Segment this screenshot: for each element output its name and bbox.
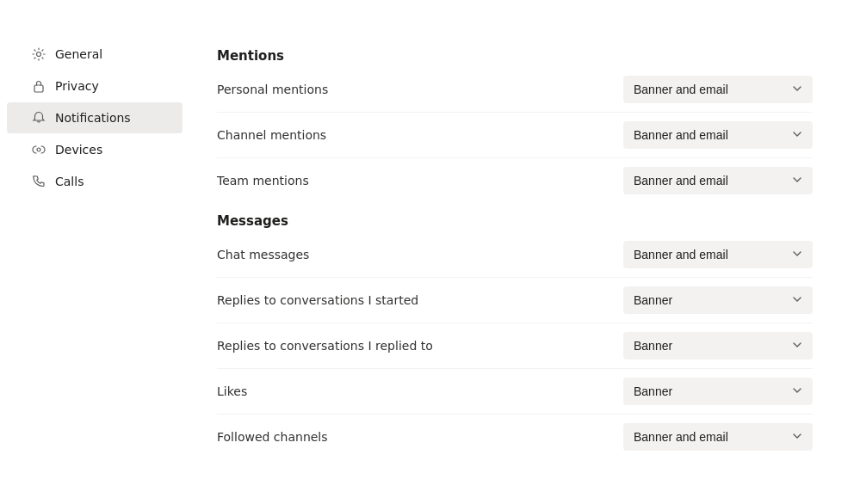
sidebar-item-privacy[interactable]: Privacy (7, 71, 183, 101)
dropdown-value-replies-started: Banner (634, 293, 783, 307)
devices-icon (31, 142, 46, 157)
dropdown-likes[interactable]: Banner (623, 378, 813, 405)
sidebar-item-general[interactable]: General (7, 39, 183, 70)
dropdown-value-team-mentions: Banner and email (634, 174, 783, 187)
setting-row-chat-messages: Chat messagesBanner and email (217, 232, 813, 278)
svg-rect-1 (34, 85, 43, 92)
sidebar-item-label-notifications: Notifications (55, 111, 131, 125)
general-icon (31, 46, 46, 62)
sidebar-item-notifications[interactable]: Notifications (7, 102, 183, 133)
chevron-down-icon (792, 129, 802, 142)
setting-row-followed-channels: Followed channelsBanner and email (217, 415, 813, 459)
chevron-down-icon (792, 431, 802, 444)
dropdown-followed-channels[interactable]: Banner and email (623, 423, 813, 451)
chevron-down-icon (792, 249, 802, 261)
setting-label-replies-replied: Replies to conversations I replied to (217, 339, 433, 353)
setting-row-team-mentions: Team mentionsBanner and email (217, 158, 813, 203)
svg-point-0 (37, 52, 41, 57)
sidebar: General Privacy Notifications Devices Ca… (0, 31, 189, 504)
calls-icon (31, 174, 46, 189)
svg-point-2 (37, 148, 40, 151)
dropdown-personal-mentions[interactable]: Banner and email (623, 76, 813, 103)
setting-row-replies-replied: Replies to conversations I replied toBan… (217, 323, 813, 369)
dropdown-channel-mentions[interactable]: Banner and email (623, 121, 813, 149)
sidebar-item-label-calls: Calls (55, 175, 84, 188)
privacy-icon (31, 78, 46, 94)
dropdown-team-mentions[interactable]: Banner and email (623, 167, 813, 194)
dropdown-value-replies-replied: Banner (634, 339, 783, 353)
settings-window: General Privacy Notifications Devices Ca… (0, 0, 854, 504)
setting-row-likes: LikesBanner (217, 369, 813, 415)
chevron-down-icon (792, 294, 802, 307)
close-button[interactable] (820, 15, 833, 22)
chevron-down-icon (792, 175, 802, 187)
dropdown-replies-replied[interactable]: Banner (623, 332, 813, 360)
dropdown-value-chat-messages: Banner and email (634, 248, 783, 261)
setting-label-replies-started: Replies to conversations I started (217, 293, 418, 307)
dropdown-value-personal-mentions: Banner and email (634, 83, 783, 96)
chevron-down-icon (792, 340, 802, 353)
title-bar (0, 0, 854, 31)
sidebar-item-label-general: General (55, 47, 102, 61)
notifications-icon (31, 110, 46, 126)
section-title-messages: Messages (217, 213, 813, 229)
setting-label-team-mentions: Team mentions (217, 174, 309, 187)
dropdown-replies-started[interactable]: Banner (623, 286, 813, 314)
chevron-down-icon (792, 385, 802, 398)
chevron-down-icon (792, 83, 802, 96)
section-title-mentions: Mentions (217, 48, 813, 64)
setting-label-chat-messages: Chat messages (217, 248, 309, 261)
sidebar-item-label-devices: Devices (55, 143, 102, 157)
setting-row-personal-mentions: Personal mentionsBanner and email (217, 67, 813, 113)
setting-row-channel-mentions: Channel mentionsBanner and email (217, 113, 813, 158)
setting-label-likes: Likes (217, 384, 247, 398)
sidebar-item-calls[interactable]: Calls (7, 166, 183, 197)
dropdown-value-likes: Banner (634, 384, 783, 398)
sidebar-item-label-privacy: Privacy (55, 79, 99, 93)
main-content: MentionsPersonal mentionsBanner and emai… (189, 31, 854, 504)
dropdown-value-followed-channels: Banner and email (634, 430, 783, 444)
content-area: General Privacy Notifications Devices Ca… (0, 31, 854, 504)
dropdown-chat-messages[interactable]: Banner and email (623, 241, 813, 268)
setting-row-replies-started: Replies to conversations I startedBanner (217, 278, 813, 323)
sidebar-item-devices[interactable]: Devices (7, 134, 183, 165)
dropdown-value-channel-mentions: Banner and email (634, 128, 783, 142)
setting-label-followed-channels: Followed channels (217, 430, 328, 444)
setting-label-channel-mentions: Channel mentions (217, 128, 326, 142)
setting-label-personal-mentions: Personal mentions (217, 83, 328, 96)
